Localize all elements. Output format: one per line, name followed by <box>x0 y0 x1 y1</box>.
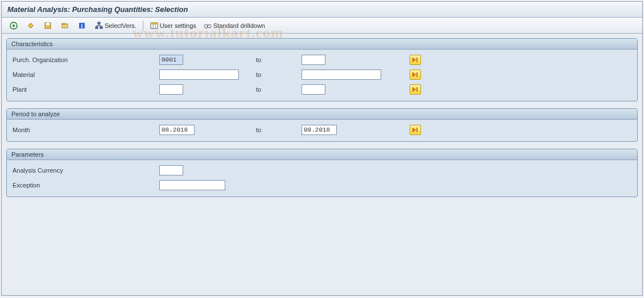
info-icon: i <box>77 21 86 30</box>
toolbar: i SelectVers. User settings Standard dri… <box>2 18 642 34</box>
period-title: Period to analyze <box>7 109 637 120</box>
material-label: Material <box>11 71 159 78</box>
diamond-icon <box>26 21 35 30</box>
table-icon <box>150 21 159 30</box>
main-window: Material Analysis: Purchasing Quantities… <box>1 1 643 296</box>
hierarchy-icon <box>94 21 104 30</box>
standard-drilldown-button[interactable]: Standard drilldown <box>200 20 268 31</box>
month-to-input[interactable] <box>302 125 337 135</box>
get-variant-button[interactable] <box>57 20 73 31</box>
material-to-input[interactable] <box>302 70 381 80</box>
page-title: Material Analysis: Purchasing Quantities… <box>2 2 642 18</box>
svg-rect-8 <box>62 23 65 25</box>
exception-row: Exception <box>11 178 633 192</box>
plant-to-input[interactable] <box>302 84 325 95</box>
period-group: Period to analyze Month to <box>6 108 638 142</box>
content-area: Characteristics Purch. Organization to <box>2 34 642 209</box>
plant-label: Plant <box>11 86 159 93</box>
month-label: Month <box>11 126 159 133</box>
execute-icon <box>9 21 18 30</box>
plant-row: Plant to <box>11 83 633 96</box>
parameters-group: Parameters Analysis Currency Exception <box>6 149 638 197</box>
svg-rect-13 <box>100 27 102 28</box>
svg-point-23 <box>208 25 211 28</box>
purch-org-label: Purch. Organization <box>11 56 159 63</box>
month-multi-button[interactable] <box>410 125 421 135</box>
exception-input[interactable] <box>159 180 225 190</box>
svg-line-25 <box>204 25 205 26</box>
characteristics-group: Characteristics Purch. Organization to <box>6 38 638 101</box>
toolbar-separator <box>143 21 143 31</box>
svg-marker-33 <box>412 128 416 132</box>
purch-org-multi-button[interactable] <box>410 55 421 65</box>
folder-icon <box>60 21 69 30</box>
currency-label: Analysis Currency <box>11 167 159 174</box>
svg-rect-11 <box>98 22 100 24</box>
info-button[interactable]: i <box>75 20 90 31</box>
svg-rect-19 <box>151 23 158 25</box>
purch-org-row: Purch. Organization to <box>11 53 633 67</box>
svg-marker-31 <box>412 87 416 92</box>
currency-row: Analysis Currency <box>11 164 633 177</box>
plant-to-label: to <box>245 86 302 93</box>
exception-label: Exception <box>11 182 159 189</box>
save-icon <box>43 21 52 30</box>
glasses-icon <box>203 21 212 30</box>
user-settings-label: User settings <box>160 22 196 29</box>
purch-org-to-label: to <box>245 56 302 63</box>
svg-rect-4 <box>28 23 33 27</box>
standard-drilldown-label: Standard drilldown <box>213 22 265 29</box>
svg-rect-12 <box>96 27 98 28</box>
plant-multi-button[interactable] <box>410 84 421 95</box>
material-multi-button[interactable] <box>410 70 421 80</box>
currency-input[interactable] <box>159 165 183 175</box>
select-version-button[interactable]: SelectVers. <box>92 20 139 31</box>
month-from-input[interactable] <box>159 125 195 135</box>
execute-button[interactable] <box>6 20 22 31</box>
month-to-label: to <box>245 126 302 133</box>
material-from-input[interactable] <box>159 70 239 80</box>
save-button[interactable] <box>40 20 56 31</box>
execute-print-button[interactable] <box>23 20 39 31</box>
parameters-title: Parameters <box>7 149 637 160</box>
material-to-label: to <box>245 71 302 78</box>
characteristics-title: Characteristics <box>7 39 637 50</box>
svg-rect-6 <box>46 23 49 25</box>
month-row: Month to <box>11 123 633 137</box>
user-settings-button[interactable]: User settings <box>147 20 199 31</box>
purch-org-from-input[interactable] <box>159 55 183 65</box>
svg-point-22 <box>204 25 208 28</box>
plant-from-input[interactable] <box>159 84 183 95</box>
select-version-label: SelectVers. <box>105 22 137 29</box>
purch-org-to-input[interactable] <box>302 55 325 65</box>
svg-marker-27 <box>412 58 416 62</box>
material-row: Material to <box>11 68 633 81</box>
svg-line-26 <box>210 25 211 26</box>
svg-text:i: i <box>81 23 83 29</box>
svg-marker-29 <box>412 72 416 77</box>
svg-point-1 <box>13 25 15 27</box>
